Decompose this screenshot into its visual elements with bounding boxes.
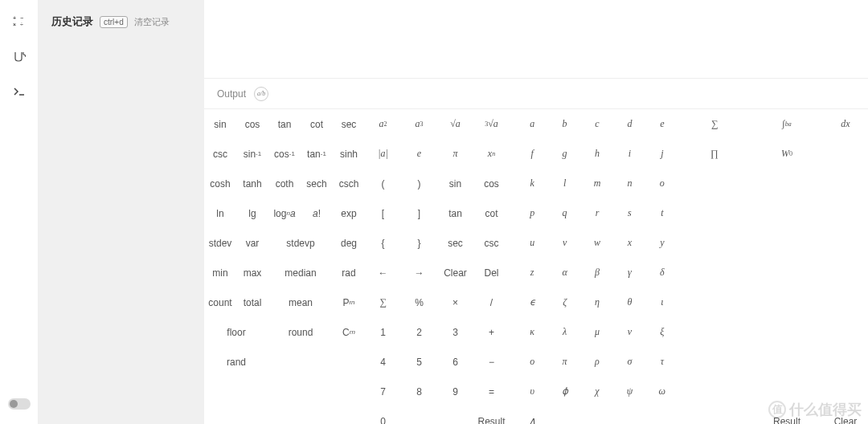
key-[interactable]: ϕ [548,377,580,406]
key-[interactable]: γ [613,258,645,287]
key-a[interactable]: a2 [365,109,401,139]
key-d[interactable]: d [613,109,645,139]
expression-input[interactable] [204,0,868,79]
terminal-mode-icon[interactable] [13,85,26,101]
key-rand[interactable]: rand [204,347,268,377]
key-sec[interactable]: sec [333,109,365,139]
key-sin[interactable]: sin-1 [236,139,268,169]
key-[interactable]: π [548,347,580,377]
key-sinh[interactable]: sinh [333,139,365,169]
key-sech[interactable]: sech [301,169,333,198]
key-o[interactable]: o [646,169,678,198]
key-[interactable]: ( [365,169,401,198]
key-floor[interactable]: floor [204,317,268,347]
key-round[interactable]: round [268,317,333,347]
key-z[interactable]: z [516,258,548,287]
key-[interactable]: ∏ [678,139,751,169]
key-result[interactable]: Result [751,406,823,424]
key-ln[interactable]: ln [204,198,236,228]
key-csc[interactable]: csc [204,139,236,169]
unit-mode-icon[interactable] [13,50,26,66]
key-[interactable]: × [437,287,473,317]
key-max[interactable]: max [236,258,268,287]
key-[interactable]: κ [516,317,548,347]
key-4[interactable]: 4 [365,347,401,377]
key-[interactable]: + [473,317,510,347]
key-sin[interactable]: sin [204,109,236,139]
key-total[interactable]: total [236,287,268,317]
key-cos[interactable]: cos [473,169,510,198]
key-c[interactable]: c [581,109,613,139]
key-1[interactable]: 1 [365,317,401,347]
key-g[interactable]: g [548,139,580,169]
key-i[interactable]: i [613,139,645,169]
key-[interactable]: ) [401,169,437,198]
key-[interactable]: υ [516,377,548,406]
key-a[interactable]: a3 [401,109,437,139]
key-x[interactable]: xn [473,139,510,169]
calc-mode-icon[interactable]: +−×÷ [13,14,26,31]
key-s[interactable]: s [613,198,645,228]
key-mean[interactable]: mean [268,287,333,317]
key-stdev[interactable]: stdev [204,228,236,258]
key-6[interactable]: 6 [437,347,473,377]
key-[interactable]: } [401,228,437,258]
key-median[interactable]: median [268,258,333,287]
key-t[interactable]: t [646,198,678,228]
key-[interactable]: ∧ [516,406,548,424]
clear-history-button[interactable]: 清空记录 [134,16,170,28]
key-deg[interactable]: deg [333,228,365,258]
key-[interactable]: μ [581,317,613,347]
key-b[interactable]: b [548,109,580,139]
key-coth[interactable]: coth [268,169,301,198]
key-u[interactable]: u [516,228,548,258]
key-p[interactable]: Prn [333,287,365,317]
key-7[interactable]: 7 [365,377,401,406]
key-a[interactable]: 3√a [473,109,510,139]
key-tanh[interactable]: tanh [236,169,268,198]
key-m[interactable]: m [581,169,613,198]
key-exp[interactable]: exp [333,198,365,228]
key-stdevp[interactable]: stdevp [268,228,333,258]
key-sin[interactable]: sin [437,169,473,198]
key-l[interactable]: l [548,169,580,198]
key-n[interactable]: n [613,169,645,198]
key-a[interactable]: √a [437,109,473,139]
key-tan[interactable]: tan-1 [301,139,333,169]
key-clear[interactable]: Clear [823,406,868,424]
key-o[interactable]: o [516,347,548,377]
key-[interactable]: ι [646,287,678,317]
key-[interactable]: ϵ [516,287,548,317]
key-5[interactable]: 5 [401,347,437,377]
key-a[interactable]: a! [301,198,333,228]
key-[interactable]: ζ [548,287,580,317]
key-w[interactable]: W0 [751,139,823,169]
key-[interactable]: ∫ba [751,109,823,139]
key-[interactable]: = [473,377,510,406]
key-[interactable]: [ [365,198,401,228]
key-sec[interactable]: sec [437,228,473,258]
key-lg[interactable]: lg [236,198,268,228]
key-8[interactable]: 8 [401,377,437,406]
key-[interactable]: ∑ [365,287,401,317]
key-[interactable]: τ [646,347,678,377]
key-[interactable]: ν [613,317,645,347]
key-[interactable]: π [437,139,473,169]
key-[interactable]: χ [581,377,613,406]
theme-toggle[interactable] [8,398,31,410]
key-f[interactable]: f [516,139,548,169]
key-tan[interactable]: tan [268,109,301,139]
key-0[interactable]: 0 [365,406,401,424]
key-[interactable]: ∑ [678,109,751,139]
key-[interactable]: ω [646,377,678,406]
key-[interactable]: β [581,258,613,287]
fraction-toggle[interactable]: a/b [254,87,268,101]
key-var[interactable]: var [236,228,268,258]
key-p[interactable]: p [516,198,548,228]
key-tan[interactable]: tan [437,198,473,228]
key-[interactable]: / [473,287,510,317]
key-[interactable]: ξ [646,317,678,347]
key-v[interactable]: v [548,228,580,258]
key-[interactable]: − [473,347,510,377]
key-[interactable]: % [401,287,437,317]
